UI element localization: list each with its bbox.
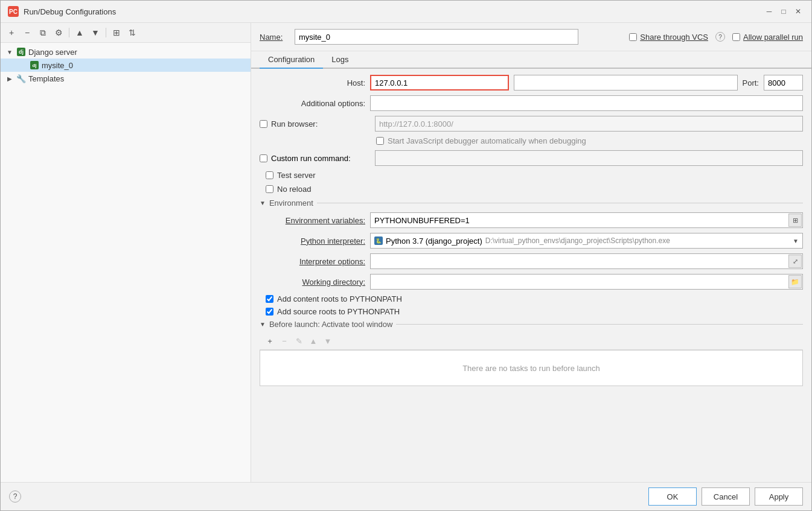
toolbar-separator: [69, 28, 69, 37]
port-input[interactable]: [764, 75, 803, 90]
django-config-icon: dj: [30, 60, 39, 70]
options-input-wrapper: ⤢: [370, 253, 803, 269]
tab-logs[interactable]: Logs: [323, 51, 357, 69]
add-content-roots-row: Add content roots to PYTHONPATH: [260, 294, 803, 303]
collapse-arrow: ▼: [5, 49, 14, 56]
tabs: Configuration Logs: [251, 51, 811, 69]
no-reload-checkbox[interactable]: [266, 185, 273, 193]
templates-icon: 🔧: [16, 74, 26, 83]
host-input2[interactable]: [514, 75, 738, 90]
footer-left: ?: [9, 490, 21, 503]
run-browser-input[interactable]: [375, 116, 803, 132]
interpreter-options-input[interactable]: [370, 253, 803, 269]
python-interpreter-row: Python interpreter: 🐍 Python 3.7 (django…: [260, 233, 803, 249]
before-launch-up-button[interactable]: ▲: [307, 334, 320, 348]
additional-options-row: Additional options:: [260, 95, 803, 111]
move-up-button[interactable]: ▲: [72, 25, 87, 40]
environment-arrow[interactable]: ▼: [260, 200, 266, 206]
python-icon: 🐍: [374, 236, 383, 245]
remove-config-button[interactable]: −: [20, 25, 34, 40]
apply-button[interactable]: Apply: [755, 487, 803, 506]
env-browse-button[interactable]: ⊞: [788, 214, 802, 227]
before-launch-remove-button[interactable]: −: [278, 334, 291, 348]
working-directory-row: Working directory: 📁: [260, 274, 803, 290]
add-config-button[interactable]: +: [4, 25, 19, 40]
working-directory-input[interactable]: [370, 274, 803, 290]
tree-group-label: Django server: [28, 48, 77, 57]
before-launch-down-button[interactable]: ▼: [321, 334, 334, 348]
allow-parallel-checkbox[interactable]: [732, 33, 740, 41]
templates-arrow: ▶: [5, 75, 14, 82]
cancel-button[interactable]: Cancel: [702, 487, 750, 506]
add-source-roots-checkbox[interactable]: [266, 308, 273, 316]
run-browser-row: Run browser:: [260, 116, 803, 132]
interpreter-name: Python 3.7 (django_project): [386, 236, 482, 246]
js-debugger-checkbox[interactable]: [376, 137, 384, 145]
title-bar: PC Run/Debug Configurations ─ □ ✕: [1, 1, 811, 23]
custom-run-command-label: Custom run command:: [271, 154, 351, 163]
add-content-roots-label: Add content roots to PYTHONPATH: [277, 294, 402, 303]
before-launch-edit-button[interactable]: ✎: [292, 334, 305, 348]
run-browser-label-area: Run browser:: [260, 119, 370, 129]
name-input[interactable]: [295, 29, 578, 45]
interpreter-options-row: Interpreter options: ⤢: [260, 253, 803, 269]
share-vcs-checkbox[interactable]: [629, 33, 637, 41]
share-area: Share through VCS ? Allow parallel run: [629, 32, 803, 42]
minimize-button[interactable]: ─: [763, 5, 775, 17]
custom-run-command-checkbox[interactable]: [260, 154, 267, 162]
python-interpreter-select[interactable]: 🐍 Python 3.7 (django_project) D:\virtual…: [370, 233, 803, 249]
ok-button[interactable]: OK: [648, 487, 697, 506]
dialog-body: + − ⧉ ⚙ ▲ ▼ ⊞ ⇅ ▼ dj Django server: [1, 23, 811, 482]
host-input[interactable]: [370, 75, 509, 90]
allow-parallel-label[interactable]: Allow parallel run: [732, 33, 803, 42]
working-directory-browse-button[interactable]: 📁: [788, 275, 802, 288]
additional-options-input[interactable]: [370, 95, 803, 111]
host-label: Host:: [260, 78, 365, 87]
share-vcs-label[interactable]: Share through VCS: [629, 33, 708, 42]
test-server-label: Test server: [277, 171, 316, 180]
before-launch-label: Before launch: Activate tool window: [269, 320, 393, 329]
footer-right: OK Cancel Apply: [648, 487, 803, 506]
window-controls: ─ □ ✕: [763, 5, 804, 17]
no-reload-label: No reload: [277, 185, 311, 194]
tree-item-mysite0[interactable]: dj mysite_0: [1, 59, 251, 72]
maximize-button[interactable]: □: [778, 5, 790, 17]
no-reload-row: No reload: [260, 185, 803, 194]
name-row: Name: Share through VCS ? Allow parallel…: [251, 23, 811, 51]
move-to-defaults-button[interactable]: ⊞: [109, 25, 124, 40]
test-server-row: Test server: [260, 171, 803, 180]
host-row: Host: Port:: [260, 75, 803, 90]
env-variables-label: Environment variables:: [260, 216, 365, 225]
add-content-roots-checkbox[interactable]: [266, 295, 273, 303]
js-debugger-row: Start JavaScript debugger automatically …: [260, 136, 803, 145]
js-debugger-label: Start JavaScript debugger automatically …: [388, 136, 586, 145]
before-launch-header: ▼ Before launch: Activate tool window: [260, 320, 803, 329]
environment-section-divider: ▼ Environment: [260, 198, 803, 208]
settings-button[interactable]: ⚙: [51, 25, 66, 40]
toolbar-separator-2: [106, 28, 106, 37]
django-server-icon: dj: [16, 47, 26, 57]
close-button[interactable]: ✕: [792, 5, 804, 17]
before-launch-section: ▼ Before launch: Activate tool window + …: [260, 320, 803, 391]
tree-item-templates[interactable]: ▶ 🔧 Templates: [1, 72, 251, 85]
before-launch-add-button[interactable]: +: [263, 334, 277, 348]
help-button[interactable]: ?: [9, 490, 21, 503]
move-down-button[interactable]: ▼: [88, 25, 103, 40]
left-panel: + − ⧉ ⚙ ▲ ▼ ⊞ ⇅ ▼ dj Django server: [1, 23, 251, 482]
before-launch-arrow[interactable]: ▼: [260, 321, 266, 328]
custom-run-command-input[interactable]: [375, 150, 803, 166]
port-label: Port:: [743, 78, 759, 87]
copy-config-button[interactable]: ⧉: [36, 25, 50, 40]
before-launch-toolbar: + − ✎ ▲ ▼: [260, 332, 803, 350]
interpreter-options-expand-button[interactable]: ⤢: [788, 255, 802, 268]
app-icon: PC: [8, 6, 19, 17]
run-browser-checkbox[interactable]: [260, 120, 267, 128]
left-toolbar: + − ⧉ ⚙ ▲ ▼ ⊞ ⇅: [1, 23, 251, 43]
run-debug-dialog: PC Run/Debug Configurations ─ □ ✕ + − ⧉ …: [0, 0, 812, 511]
sort-button[interactable]: ⇅: [125, 25, 139, 40]
test-server-checkbox[interactable]: [266, 171, 273, 179]
env-variables-input[interactable]: [370, 212, 803, 228]
tab-configuration[interactable]: Configuration: [260, 51, 323, 69]
tree-group-django-server[interactable]: ▼ dj Django server: [1, 45, 251, 59]
share-vcs-help-button[interactable]: ?: [715, 32, 725, 42]
